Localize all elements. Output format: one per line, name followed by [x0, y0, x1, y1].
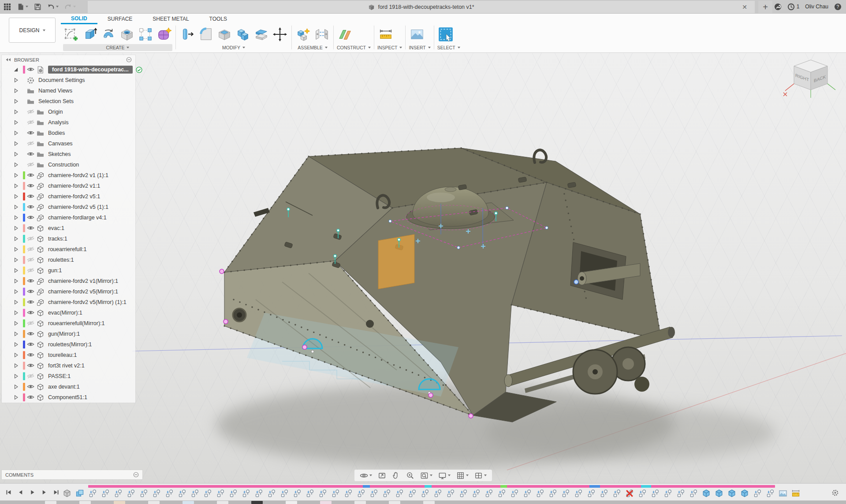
timeline-feature-joint[interactable] — [446, 489, 455, 498]
expand-arrow-icon[interactable] — [13, 78, 19, 83]
nav-fit-button[interactable] — [420, 471, 432, 480]
measure-button[interactable] — [376, 25, 395, 44]
visibility-eye-icon[interactable] — [27, 226, 35, 231]
visibility-eye-icon[interactable] — [27, 352, 35, 358]
nav-layout-grid-button[interactable] — [456, 471, 469, 480]
visibility-eye-icon[interactable] — [27, 120, 35, 125]
timeline-feature-joint[interactable] — [382, 489, 391, 498]
timeline-feature-joint[interactable] — [421, 489, 429, 498]
timeline-feature-component[interactable] — [740, 489, 749, 498]
split-body-button[interactable] — [252, 25, 271, 44]
nav-look-at-button[interactable] — [378, 471, 386, 480]
browser-row-rouearrierefull-1[interactable]: rouearrierefull:1 — [2, 244, 135, 255]
browser-row-gun-1[interactable]: gun:1 — [2, 265, 135, 276]
timeline-feature-joint[interactable] — [139, 489, 148, 498]
press-pull-button[interactable] — [178, 25, 197, 44]
browser-row-charniere-fordv2-v5-mirror-1-1[interactable]: charniere-fordv2 v5(Mirror) (1):1 — [2, 297, 135, 308]
expand-arrow-icon[interactable] — [13, 109, 19, 115]
new-tab-button[interactable]: + — [758, 1, 772, 13]
browser-row-component51-1[interactable]: Component51:1 — [2, 392, 135, 403]
timeline-feature-joint[interactable] — [165, 489, 174, 498]
visibility-eye-icon[interactable] — [27, 67, 35, 72]
visibility-eye-icon[interactable] — [27, 215, 35, 220]
visibility-eye-icon[interactable] — [27, 395, 35, 400]
extrude-button[interactable] — [81, 25, 99, 44]
timeline-feature-joint[interactable] — [229, 489, 238, 498]
visibility-eye-icon[interactable] — [27, 331, 35, 337]
browser-row-charniere-fordv2-v5-1-1[interactable]: charniere-fordv2 v5 (1):1 — [2, 202, 135, 212]
browser-row-tracks-1[interactable]: tracks:1 — [2, 233, 135, 244]
visibility-eye-icon[interactable] — [27, 310, 35, 315]
expand-arrow-icon[interactable] — [13, 384, 19, 389]
expand-arrow-icon[interactable] — [13, 236, 19, 241]
timeline-feature-joint[interactable] — [114, 489, 123, 498]
browser-row-axe-devant-1[interactable]: axe devant:1 — [2, 382, 135, 392]
model-viewport[interactable]: RIGHT BACK BROWSER ford 1918-with-decoup… — [0, 53, 846, 483]
timeline-play-button[interactable] — [28, 488, 36, 496]
timeline-feature-joint[interactable] — [459, 489, 468, 498]
inspect-dropdown[interactable]: INSPECT — [377, 44, 403, 51]
collapse-panel-icon[interactable] — [5, 58, 11, 62]
create-form-button[interactable] — [155, 25, 173, 44]
expand-arrow-icon[interactable] — [13, 204, 19, 210]
timeline-feature-joint[interactable] — [676, 489, 685, 498]
expand-arrow-icon[interactable] — [13, 215, 19, 220]
timeline-feature-joint[interactable] — [587, 489, 596, 498]
timeline-feature-joint[interactable] — [267, 489, 276, 498]
select-button[interactable] — [436, 25, 455, 44]
timeline-feature-joint[interactable] — [510, 489, 519, 498]
nav-display-settings-button[interactable] — [438, 471, 451, 480]
timeline-feature-combine[interactable] — [75, 489, 84, 498]
visibility-eye-icon[interactable] — [27, 194, 35, 199]
timeline-feature-joint[interactable] — [254, 489, 263, 498]
visibility-eye-icon[interactable] — [27, 300, 35, 305]
revolve-button[interactable] — [99, 25, 118, 44]
visibility-eye-icon[interactable] — [27, 384, 35, 389]
timeline-feature-joint[interactable] — [689, 489, 698, 498]
taskbar-item[interactable] — [423, 501, 435, 504]
expand-arrow-icon[interactable] — [13, 226, 19, 231]
visibility-eye-icon[interactable] — [27, 278, 35, 284]
job-status-button[interactable]: 1 — [787, 3, 800, 11]
taskbar-item[interactable] — [354, 501, 366, 504]
browser-row-charniere-fordv2-v5-mirror-1[interactable]: charniere-fordv2 v5(Mirror):1 — [2, 286, 135, 297]
create-sketch-button[interactable] — [62, 25, 81, 44]
app-menu-button[interactable] — [4, 3, 11, 11]
timeline-feature-joint[interactable] — [357, 489, 365, 498]
visibility-eye-icon[interactable] — [27, 236, 35, 241]
shell-button[interactable] — [215, 25, 234, 44]
visibility-eye-icon[interactable] — [27, 204, 35, 210]
insert-canvas-button[interactable] — [408, 25, 426, 44]
timeline-feature-body[interactable] — [63, 489, 71, 498]
expand-arrow-icon[interactable] — [13, 289, 19, 294]
viewcube[interactable]: RIGHT BACK — [782, 56, 840, 105]
visibility-eye-icon[interactable] — [27, 173, 35, 178]
hole-button[interactable] — [118, 25, 136, 44]
browser-row-tourelleau-1[interactable]: tourelleau:1 — [2, 350, 135, 360]
construct-dropdown[interactable]: CONSTRUCT — [337, 44, 371, 51]
expand-arrow-icon[interactable] — [13, 257, 19, 263]
expand-arrow-icon[interactable] — [13, 321, 19, 326]
timeline-feature-joint[interactable] — [753, 489, 762, 498]
assemble-dropdown[interactable]: ASSEMBLE — [295, 44, 330, 51]
minimize-panel-icon[interactable] — [126, 57, 132, 63]
timeline-feature-joint[interactable] — [561, 489, 570, 498]
browser-row-construction[interactable]: Construction — [2, 159, 135, 170]
expand-arrow-icon[interactable] — [13, 300, 19, 305]
timeline-feature-joint[interactable] — [395, 489, 404, 498]
timeline-feature-canvas[interactable] — [779, 489, 787, 498]
visibility-eye-icon[interactable] — [27, 247, 35, 252]
visibility-eye-icon[interactable] — [27, 141, 35, 146]
document-tab[interactable]: ford 1918-with-decoupetracks-teton v1* ✕ — [88, 1, 755, 13]
combine-button[interactable] — [234, 25, 252, 44]
timeline-go-to-start-button[interactable] — [4, 488, 12, 496]
browser-row-passe-1[interactable]: PASSE:1 — [2, 371, 135, 382]
joint-button[interactable] — [313, 25, 331, 44]
redo-button[interactable] — [64, 3, 76, 11]
modify-dropdown[interactable]: MODIFY — [179, 44, 288, 51]
expand-arrow-icon[interactable] — [13, 152, 19, 157]
create-dropdown[interactable]: CREATE — [63, 44, 172, 51]
expand-arrow-icon[interactable] — [13, 342, 19, 347]
save-button[interactable] — [34, 3, 41, 11]
workspace-selector[interactable]: DESIGN — [9, 18, 56, 43]
